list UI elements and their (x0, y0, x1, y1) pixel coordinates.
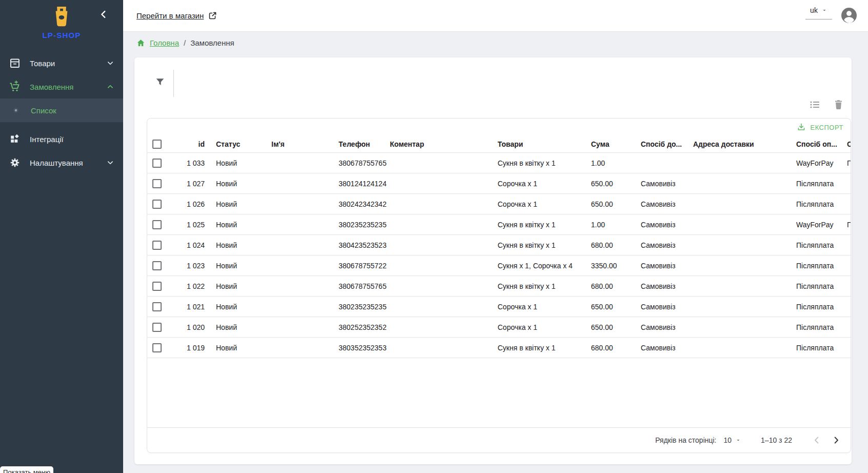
language-select[interactable]: uk (805, 6, 832, 19)
box-icon (8, 57, 22, 69)
column-header-id[interactable]: id (175, 136, 210, 153)
sidebar-item-products[interactable]: Товари (0, 51, 123, 75)
cell-delivery: Самовивіз (635, 338, 687, 358)
cell-status: Новий (210, 297, 265, 317)
row-checkbox[interactable] (152, 282, 162, 291)
cell-products: Сукня в квітку x 1 (491, 235, 585, 255)
row-checkbox[interactable] (152, 200, 162, 209)
chevron-right-icon (831, 435, 842, 446)
column-list-button[interactable] (807, 97, 822, 112)
column-header-address[interactable]: Адреса доставки (687, 136, 790, 153)
row-checkbox[interactable] (152, 159, 162, 168)
external-link-icon (208, 11, 217, 20)
table-row[interactable]: 1 019Новий380352352353Сукня в квітку x 1… (147, 338, 851, 358)
cell-payment_status: Пе (841, 214, 851, 235)
row-checkbox[interactable] (152, 323, 162, 332)
cell-address (687, 276, 790, 297)
cell-payment: Післяплата (790, 338, 841, 358)
row-checkbox[interactable] (152, 261, 162, 270)
select-all-checkbox[interactable] (152, 140, 162, 149)
table-row[interactable]: 1 023Новий380678755722Сукня x 1, Сорочка… (147, 255, 851, 276)
filter-button[interactable] (153, 75, 167, 89)
account-avatar-icon (841, 8, 857, 23)
row-checkbox[interactable] (152, 302, 162, 311)
table-row[interactable]: 1 026Новий380242342342Сорочка x 1650.00С… (147, 194, 851, 214)
cell-status: Новий (210, 317, 265, 338)
column-header-status[interactable]: Статус (210, 136, 265, 153)
breadcrumb-home-link[interactable]: Головна (150, 38, 179, 47)
cell-delivery: Самовивіз (635, 194, 687, 214)
cell-status: Новий (210, 338, 265, 358)
column-header-comment[interactable]: Коментар (384, 136, 491, 153)
trash-icon (833, 98, 844, 110)
cell-id: 1 026 (175, 194, 210, 214)
cell-delivery: Самовивіз (635, 235, 687, 255)
widgets-icon (8, 133, 22, 145)
cell-select (147, 255, 175, 276)
table-row[interactable]: 1 025Новий380235235235Сукня в квітку x 1… (147, 214, 851, 235)
cell-products: Сорочка x 1 (491, 317, 585, 338)
go-to-store-link[interactable]: Перейти в магазин (136, 0, 217, 31)
column-header-products[interactable]: Товари (491, 136, 585, 153)
column-header-payment[interactable]: Спосіб оп... (790, 136, 841, 153)
cell-name (265, 194, 332, 214)
cell-sum: 680.00 (585, 338, 635, 358)
column-header-phone[interactable]: Телефон (332, 136, 384, 153)
orders-table: idСтатусІм'яТелефонКоментарТовариСумаСпо… (147, 136, 851, 358)
next-page-button[interactable] (829, 433, 843, 447)
cell-sum: 650.00 (585, 317, 635, 338)
column-header-payment_status[interactable]: Ст (841, 136, 851, 153)
previous-page-button[interactable] (810, 433, 824, 447)
column-header-delivery[interactable]: Спосіб до... (635, 136, 687, 153)
cell-phone: 380235235235 (332, 297, 384, 317)
rows-per-page-select[interactable]: 10 (724, 436, 742, 444)
sidebar-item-integrations[interactable]: Інтеграції (0, 127, 123, 151)
cell-status: Новий (210, 194, 265, 214)
cell-address (687, 338, 790, 358)
delete-button[interactable] (831, 97, 845, 111)
cell-status: Новий (210, 153, 265, 173)
row-checkbox[interactable] (152, 179, 162, 188)
cell-products: Сукня в квітку x 1 (491, 338, 585, 358)
row-checkbox[interactable] (152, 241, 162, 250)
sidebar-item-label: Інтеграції (30, 135, 115, 144)
cell-payment: Післяплата (790, 317, 841, 338)
cell-comment (384, 276, 491, 297)
cell-id: 1 024 (175, 235, 210, 255)
table-row[interactable]: 1 027Новий380124124124Сорочка x 1650.00С… (147, 173, 851, 194)
home-icon (136, 38, 145, 47)
cell-payment_status: Пе (841, 153, 851, 173)
table-row[interactable]: 1 020Новий380252352352Сорочка x 1650.00С… (147, 317, 851, 338)
table-toolbar: ЕКСПОРТ (147, 119, 851, 136)
orders-page-card: ЕКСПОРТ idСтатусІм'яТелефонКоментарТовар… (134, 57, 852, 464)
column-header-sum[interactable]: Сума (585, 136, 635, 153)
cell-payment_status (841, 235, 851, 255)
sidebar-item-settings[interactable]: Налаштування (0, 151, 123, 174)
table-scroll-area: idСтатусІм'яТелефонКоментарТовариСумаСпо… (147, 136, 851, 427)
row-checkbox[interactable] (152, 220, 162, 229)
table-row[interactable]: 1 021Новий380235235235Сорочка x 1650.00С… (147, 297, 851, 317)
column-header-select (147, 136, 175, 153)
row-checkbox[interactable] (152, 343, 162, 352)
cell-sum: 680.00 (585, 276, 635, 297)
user-avatar-button[interactable] (841, 8, 857, 23)
export-button[interactable]: ЕКСПОРТ (797, 123, 843, 132)
app-logo: LP-SHOP (0, 5, 123, 40)
column-header-name[interactable]: Ім'я (265, 136, 332, 153)
list-icon (808, 98, 821, 111)
table-row[interactable]: 1 033Новий380678755765Сукня в квітку x 1… (147, 153, 851, 173)
table-row[interactable]: 1 024Новий380423523523Сукня в квітку x 1… (147, 235, 851, 255)
cell-id: 1 021 (175, 297, 210, 317)
rows-per-page-label: Рядків на сторінці: (655, 436, 716, 444)
cell-status: Новий (210, 214, 265, 235)
table-row[interactable]: 1 022Новий380678755765Сукня в квітку x 1… (147, 276, 851, 297)
filter-divider (173, 70, 174, 97)
sidebar-item-orders[interactable]: Замовлення (0, 75, 123, 98)
breadcrumb-separator: / (184, 38, 186, 47)
sidebar-item-orders-list[interactable]: Список (0, 98, 123, 122)
cell-address (687, 317, 790, 338)
rows-per-page-value: 10 (724, 436, 732, 444)
cell-payment_status (841, 194, 851, 214)
bullet-icon (9, 104, 23, 116)
cell-delivery: Самовивіз (635, 276, 687, 297)
